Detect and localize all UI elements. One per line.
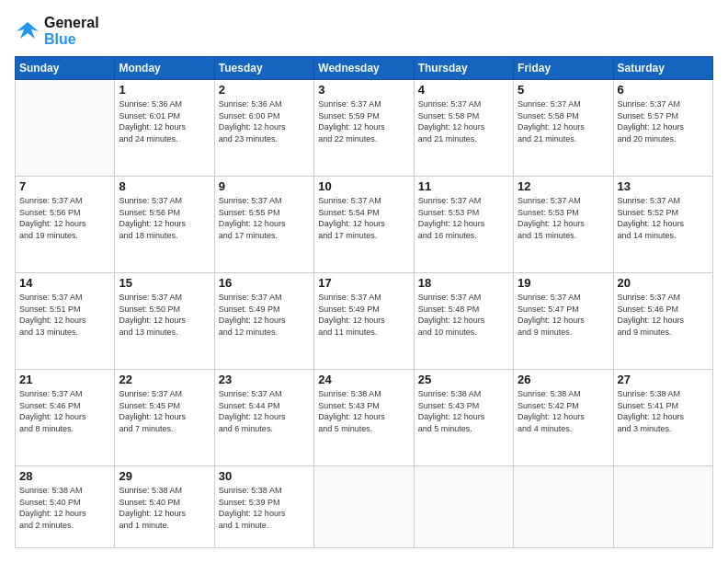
day-info: Sunrise: 5:38 AM Sunset: 5:43 PM Dayligh… [318, 388, 409, 434]
day-info: Sunrise: 5:37 AM Sunset: 5:55 PM Dayligh… [219, 195, 310, 241]
day-info: Sunrise: 5:37 AM Sunset: 5:49 PM Dayligh… [219, 292, 310, 338]
day-number: 8 [119, 179, 210, 193]
day-number: 10 [318, 179, 409, 193]
header: General Blue [15, 15, 713, 47]
day-number: 25 [418, 373, 509, 386]
day-info: Sunrise: 5:37 AM Sunset: 5:46 PM Dayligh… [618, 292, 709, 338]
logo-text: General Blue [44, 15, 99, 47]
day-number: 20 [618, 276, 709, 290]
day-number: 13 [618, 179, 709, 193]
table-row [613, 466, 712, 548]
day-info: Sunrise: 5:37 AM Sunset: 5:49 PM Dayligh… [318, 292, 409, 338]
day-info: Sunrise: 5:37 AM Sunset: 5:45 PM Dayligh… [119, 388, 210, 434]
table-row [514, 466, 613, 548]
table-row: 30Sunrise: 5:38 AM Sunset: 5:39 PM Dayli… [214, 466, 313, 548]
day-info: Sunrise: 5:38 AM Sunset: 5:40 PM Dayligh… [19, 485, 110, 531]
table-row: 23Sunrise: 5:37 AM Sunset: 5:44 PM Dayli… [214, 370, 313, 466]
table-row: 12Sunrise: 5:37 AM Sunset: 5:53 PM Dayli… [514, 177, 613, 273]
day-number: 26 [518, 373, 609, 386]
day-info: Sunrise: 5:38 AM Sunset: 5:42 PM Dayligh… [518, 388, 609, 434]
day-info: Sunrise: 5:37 AM Sunset: 5:52 PM Dayligh… [618, 195, 709, 241]
table-row: 3Sunrise: 5:37 AM Sunset: 5:59 PM Daylig… [314, 80, 414, 177]
day-number: 14 [19, 276, 110, 290]
day-number: 17 [318, 276, 409, 290]
col-tuesday: Tuesday [214, 57, 313, 80]
day-info: Sunrise: 5:37 AM Sunset: 5:51 PM Dayligh… [19, 292, 110, 338]
day-info: Sunrise: 5:37 AM Sunset: 5:57 PM Dayligh… [618, 98, 709, 144]
logo: General Blue [15, 15, 99, 47]
table-row: 21Sunrise: 5:37 AM Sunset: 5:46 PM Dayli… [16, 370, 115, 466]
day-info: Sunrise: 5:38 AM Sunset: 5:40 PM Dayligh… [119, 485, 210, 531]
day-info: Sunrise: 5:37 AM Sunset: 5:56 PM Dayligh… [19, 195, 110, 241]
day-number: 4 [418, 83, 509, 97]
table-row [314, 466, 414, 548]
table-row: 22Sunrise: 5:37 AM Sunset: 5:45 PM Dayli… [115, 370, 214, 466]
table-row: 6Sunrise: 5:37 AM Sunset: 5:57 PM Daylig… [613, 80, 712, 177]
svg-marker-0 [17, 22, 39, 39]
day-number: 7 [19, 179, 110, 193]
day-info: Sunrise: 5:37 AM Sunset: 5:53 PM Dayligh… [418, 195, 509, 241]
col-thursday: Thursday [414, 57, 513, 80]
table-row: 20Sunrise: 5:37 AM Sunset: 5:46 PM Dayli… [613, 273, 712, 370]
day-number: 27 [618, 373, 709, 386]
day-number: 30 [219, 469, 310, 483]
table-row: 13Sunrise: 5:37 AM Sunset: 5:52 PM Dayli… [613, 177, 712, 273]
table-row [16, 80, 115, 177]
calendar-table: Sunday Monday Tuesday Wednesday Thursday… [15, 56, 713, 548]
day-number: 22 [119, 373, 210, 386]
day-number: 3 [318, 83, 409, 97]
day-number: 5 [518, 83, 609, 97]
day-info: Sunrise: 5:37 AM Sunset: 5:59 PM Dayligh… [318, 98, 409, 144]
day-info: Sunrise: 5:38 AM Sunset: 5:43 PM Dayligh… [418, 388, 509, 434]
day-number: 12 [518, 179, 609, 193]
day-info: Sunrise: 5:37 AM Sunset: 5:47 PM Dayligh… [518, 292, 609, 338]
col-friday: Friday [514, 57, 613, 80]
table-row: 5Sunrise: 5:37 AM Sunset: 5:58 PM Daylig… [514, 80, 613, 177]
day-info: Sunrise: 5:37 AM Sunset: 5:54 PM Dayligh… [318, 195, 409, 241]
day-number: 9 [219, 179, 310, 193]
day-info: Sunrise: 5:37 AM Sunset: 5:44 PM Dayligh… [219, 388, 310, 434]
day-number: 29 [119, 469, 210, 483]
table-row: 27Sunrise: 5:38 AM Sunset: 5:41 PM Dayli… [613, 370, 712, 466]
day-number: 21 [19, 373, 110, 386]
table-row: 7Sunrise: 5:37 AM Sunset: 5:56 PM Daylig… [16, 177, 115, 273]
day-number: 18 [418, 276, 509, 290]
day-number: 2 [219, 83, 310, 97]
day-number: 28 [19, 469, 110, 483]
table-row: 25Sunrise: 5:38 AM Sunset: 5:43 PM Dayli… [414, 370, 513, 466]
day-number: 11 [418, 179, 509, 193]
day-info: Sunrise: 5:37 AM Sunset: 5:46 PM Dayligh… [19, 388, 110, 434]
table-row: 26Sunrise: 5:38 AM Sunset: 5:42 PM Dayli… [514, 370, 613, 466]
col-monday: Monday [115, 57, 214, 80]
day-info: Sunrise: 5:38 AM Sunset: 5:41 PM Dayligh… [618, 388, 709, 434]
day-info: Sunrise: 5:37 AM Sunset: 5:56 PM Dayligh… [119, 195, 210, 241]
table-row: 19Sunrise: 5:37 AM Sunset: 5:47 PM Dayli… [514, 273, 613, 370]
logo-bird-icon [15, 18, 40, 44]
day-number: 19 [518, 276, 609, 290]
calendar-header-row: Sunday Monday Tuesday Wednesday Thursday… [16, 57, 713, 80]
day-info: Sunrise: 5:36 AM Sunset: 6:01 PM Dayligh… [119, 98, 210, 144]
table-row: 16Sunrise: 5:37 AM Sunset: 5:49 PM Dayli… [214, 273, 313, 370]
day-number: 16 [219, 276, 310, 290]
table-row: 1Sunrise: 5:36 AM Sunset: 6:01 PM Daylig… [115, 80, 214, 177]
table-row: 14Sunrise: 5:37 AM Sunset: 5:51 PM Dayli… [16, 273, 115, 370]
table-row: 28Sunrise: 5:38 AM Sunset: 5:40 PM Dayli… [16, 466, 115, 548]
table-row: 4Sunrise: 5:37 AM Sunset: 5:58 PM Daylig… [414, 80, 513, 177]
col-saturday: Saturday [613, 57, 712, 80]
col-wednesday: Wednesday [314, 57, 414, 80]
table-row: 11Sunrise: 5:37 AM Sunset: 5:53 PM Dayli… [414, 177, 513, 273]
day-info: Sunrise: 5:37 AM Sunset: 5:58 PM Dayligh… [518, 98, 609, 144]
table-row: 2Sunrise: 5:36 AM Sunset: 6:00 PM Daylig… [214, 80, 313, 177]
day-info: Sunrise: 5:37 AM Sunset: 5:50 PM Dayligh… [119, 292, 210, 338]
table-row: 15Sunrise: 5:37 AM Sunset: 5:50 PM Dayli… [115, 273, 214, 370]
table-row: 17Sunrise: 5:37 AM Sunset: 5:49 PM Dayli… [314, 273, 414, 370]
table-row: 29Sunrise: 5:38 AM Sunset: 5:40 PM Dayli… [115, 466, 214, 548]
table-row: 8Sunrise: 5:37 AM Sunset: 5:56 PM Daylig… [115, 177, 214, 273]
day-info: Sunrise: 5:38 AM Sunset: 5:39 PM Dayligh… [219, 485, 310, 531]
day-number: 15 [119, 276, 210, 290]
table-row: 18Sunrise: 5:37 AM Sunset: 5:48 PM Dayli… [414, 273, 513, 370]
table-row [414, 466, 513, 548]
day-number: 6 [618, 83, 709, 97]
day-info: Sunrise: 5:37 AM Sunset: 5:58 PM Dayligh… [418, 98, 509, 144]
day-info: Sunrise: 5:37 AM Sunset: 5:48 PM Dayligh… [418, 292, 509, 338]
